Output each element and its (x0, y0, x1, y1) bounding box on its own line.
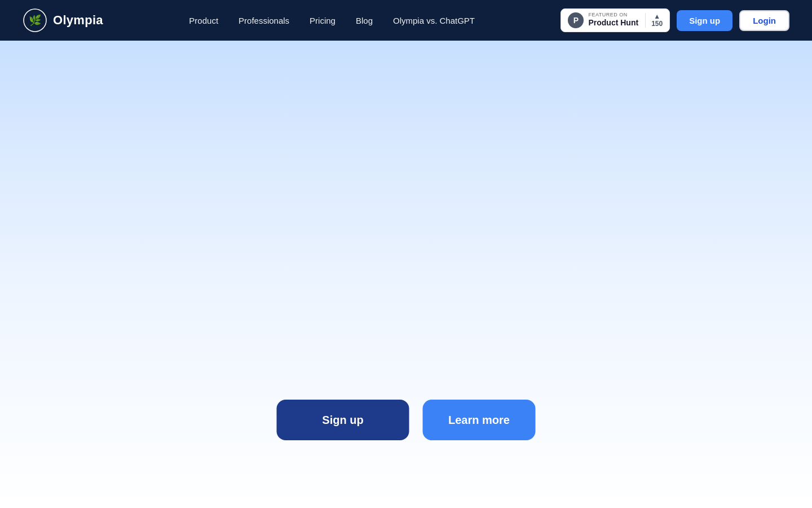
nav-product[interactable]: Product (189, 16, 218, 25)
product-hunt-name: Product Hunt (588, 17, 638, 28)
hero-signup-button[interactable]: Sign up (277, 400, 409, 440)
svg-text:🌿: 🌿 (29, 14, 42, 27)
nav-vs-chatgpt[interactable]: Olympia vs. ChatGPT (393, 16, 475, 25)
producthunt-icon: P (568, 12, 584, 28)
nav-links: Product Professionals Pricing Blog Olymp… (189, 16, 475, 25)
product-hunt-text: FEATURED ON Product Hunt (588, 12, 638, 28)
navbar-login-button[interactable]: Login (739, 10, 789, 31)
navbar: 🌿 Olympia Product Professionals Pricing … (0, 0, 812, 41)
hero-cta-area: Sign up Learn more (277, 400, 536, 440)
featured-on-label: FEATURED ON (588, 12, 638, 17)
nav-blog[interactable]: Blog (356, 16, 373, 25)
logo-icon: 🌿 (23, 8, 47, 33)
vote-count: 150 (651, 20, 663, 28)
product-hunt-badge[interactable]: P FEATURED ON Product Hunt ▲ 150 (561, 8, 670, 32)
hero-learn-more-button[interactable]: Learn more (423, 400, 536, 440)
navbar-actions: P FEATURED ON Product Hunt ▲ 150 Sign up… (561, 8, 789, 32)
nav-professionals[interactable]: Professionals (239, 16, 289, 25)
brand-name: Olympia (53, 13, 103, 28)
logo-area: 🌿 Olympia (23, 8, 103, 33)
product-hunt-votes: ▲ 150 (645, 13, 663, 28)
navbar-signup-button[interactable]: Sign up (677, 10, 732, 31)
upvote-arrow-icon: ▲ (654, 13, 660, 20)
nav-pricing[interactable]: Pricing (310, 16, 336, 25)
